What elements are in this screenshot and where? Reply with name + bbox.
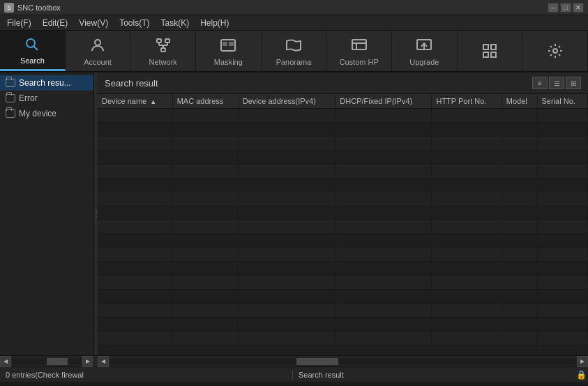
- window-title: SNC toolbox: [17, 3, 548, 12]
- table-row: [98, 206, 588, 220]
- col-dhcp[interactable]: DHCP/Fixed IP(IPv4): [336, 94, 432, 109]
- upgrade-icon: [414, 36, 434, 55]
- menu-task[interactable]: Task(K): [156, 17, 195, 29]
- scrollbar-area: ◀ ▶ ◀ ▶: [0, 355, 588, 366]
- search-label: Search: [20, 56, 45, 65]
- masking-icon: [218, 36, 238, 55]
- sort-arrow: ▲: [150, 98, 156, 105]
- view-controls: ≡ ☰ ⊞: [532, 77, 581, 89]
- sidebar-item-search-result[interactable]: Search resu...: [0, 75, 93, 91]
- content-scroll-left[interactable]: ◀: [98, 356, 109, 367]
- network-icon: [153, 36, 173, 55]
- content-scroll-right[interactable]: ▶: [577, 356, 588, 367]
- minimize-button[interactable]: ─: [548, 3, 559, 13]
- extra2-icon: [545, 41, 565, 61]
- status-left: 0 entries(Check firewal: [0, 371, 293, 379]
- toolbar-extra1[interactable]: [458, 31, 523, 71]
- search-icon: [22, 35, 42, 54]
- toolbar-upgrade[interactable]: Upgrade: [392, 31, 458, 71]
- menu-file[interactable]: File(F): [1, 17, 37, 29]
- custom-hp-label: Custom HP: [340, 58, 379, 66]
- table-row: [98, 178, 588, 192]
- table-body: [98, 109, 588, 356]
- toolbar-extra2[interactable]: [522, 31, 588, 71]
- menu-edit[interactable]: Edit(E): [37, 17, 74, 29]
- sidebar-item-label: My device: [19, 109, 56, 118]
- toolbar-search[interactable]: Search: [0, 31, 66, 71]
- table-row: [98, 346, 588, 356]
- sidebar-scroll-thumb[interactable]: [47, 358, 68, 365]
- table-row: [98, 109, 588, 123]
- sidebar-item-error[interactable]: Error: [0, 91, 93, 106]
- masking-label: Masking: [214, 58, 243, 66]
- custom-hp-icon: [349, 36, 369, 55]
- svg-rect-12: [229, 43, 233, 45]
- content-header: Search result ≡ ☰ ⊞: [98, 72, 588, 94]
- table-row: [98, 248, 588, 262]
- maximize-button[interactable]: □: [560, 3, 571, 13]
- content-scroll-thumb[interactable]: [296, 358, 338, 365]
- toolbar-custom-hp[interactable]: Custom HP: [326, 31, 392, 71]
- svg-point-22: [553, 49, 557, 53]
- sidebar-item-label: Error: [19, 93, 38, 103]
- table-header-row: Device name ▲ MAC address Device address…: [98, 94, 588, 109]
- table-row: [98, 137, 588, 150]
- svg-rect-18: [483, 45, 488, 49]
- svg-rect-21: [491, 52, 496, 57]
- table-row: [98, 332, 588, 346]
- panorama-icon: [284, 36, 303, 55]
- toolbar-network[interactable]: Network: [130, 31, 196, 71]
- table-row: [98, 276, 588, 290]
- toolbar-panorama[interactable]: Panorama: [262, 31, 327, 71]
- view-list-detail-button[interactable]: ≡: [532, 77, 548, 89]
- app-icon: S: [4, 3, 14, 13]
- table-row: [98, 150, 588, 164]
- scroll-right-arrow[interactable]: ▶: [82, 356, 93, 367]
- table-row: [98, 234, 588, 248]
- table-row: [98, 290, 588, 304]
- table-container: Device name ▲ MAC address Device address…: [98, 94, 588, 355]
- col-model[interactable]: Model: [502, 94, 537, 109]
- folder-icon: [6, 94, 15, 102]
- menu-bar: File(F) Edit(E) View(V) Tools(T) Task(K)…: [0, 15, 588, 31]
- view-list-button[interactable]: ☰: [549, 77, 564, 89]
- table-row: [98, 262, 588, 276]
- toolbar-masking[interactable]: Masking: [196, 31, 262, 71]
- upgrade-label: Upgrade: [409, 58, 439, 66]
- title-bar: S SNC toolbox ─ □ ✕: [0, 0, 588, 15]
- content-title: Search result: [105, 78, 158, 88]
- close-button[interactable]: ✕: [573, 3, 584, 13]
- scroll-left-arrow[interactable]: ◀: [0, 356, 11, 367]
- col-http-port[interactable]: HTTP Port No.: [432, 94, 502, 109]
- svg-rect-20: [483, 52, 488, 57]
- menu-tools[interactable]: Tools(T): [114, 17, 155, 29]
- lock-icon: 🔒: [574, 370, 588, 380]
- sidebar-item-my-device[interactable]: My device: [0, 106, 93, 121]
- folder-icon: [6, 109, 15, 118]
- col-device-name[interactable]: Device name ▲: [98, 94, 172, 109]
- col-device-address[interactable]: Device address(IPv4): [238, 94, 336, 109]
- menu-help[interactable]: Help(H): [195, 17, 234, 29]
- view-grid-button[interactable]: ⊞: [566, 77, 581, 89]
- col-serial[interactable]: Serial No.: [537, 94, 587, 109]
- svg-rect-3: [157, 39, 161, 43]
- sidebar-scroll-track[interactable]: [12, 358, 82, 365]
- table-row: [98, 220, 588, 234]
- svg-point-2: [95, 40, 100, 45]
- toolbar-account[interactable]: Account: [66, 31, 131, 71]
- table-row: [98, 304, 588, 318]
- window-controls: ─ □ ✕: [548, 3, 584, 13]
- account-label: Account: [84, 58, 112, 66]
- toolbar: Search Account Network: [0, 31, 588, 72]
- account-icon: [88, 36, 107, 55]
- resize-dots: [96, 210, 97, 217]
- table-row: [98, 192, 588, 206]
- content-scrollbar: ◀ ▶: [98, 355, 588, 366]
- svg-rect-5: [161, 48, 165, 52]
- svg-rect-13: [352, 40, 366, 49]
- menu-view[interactable]: View(V): [73, 17, 114, 29]
- svg-rect-4: [165, 39, 169, 43]
- content-scroll-track[interactable]: [110, 358, 576, 365]
- table-row: [98, 123, 588, 137]
- col-mac-address[interactable]: MAC address: [172, 94, 238, 109]
